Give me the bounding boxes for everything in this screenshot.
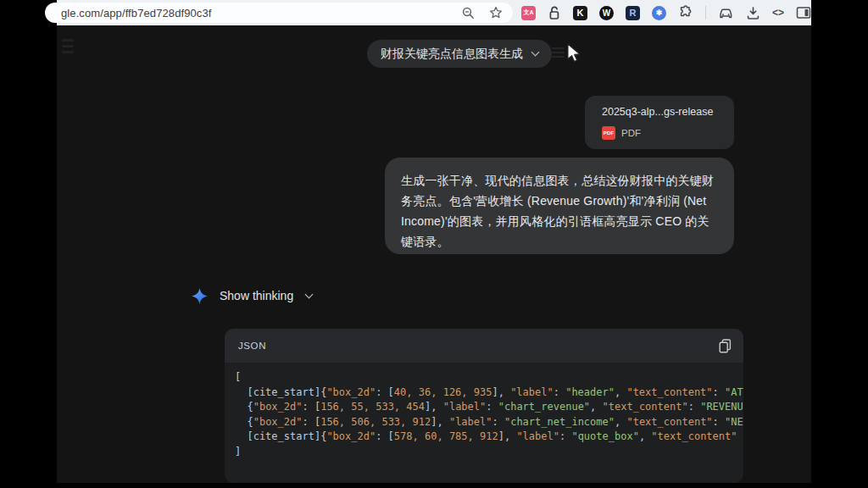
wikipedia-extension-icon[interactable]: W <box>599 6 614 20</box>
settings-extension-icon[interactable]: ✱ <box>652 6 666 20</box>
show-thinking-label: Show thinking <box>220 289 293 302</box>
kagi-extension-icon[interactable]: K <box>573 6 587 20</box>
extensions-row: 文A K W R ✱ <box>521 0 811 25</box>
screen: gle.com/app/ffb7ed728df90c3f 文A <box>0 0 868 488</box>
attachment-filename: 2025q3-alp...gs-release <box>602 106 713 118</box>
mouse-cursor <box>565 42 585 64</box>
code-body: [ [cite_start]{"box_2d": [40, 36, 126, 9… <box>235 370 733 460</box>
browser-window: gle.com/app/ffb7ed728df90c3f 文A <box>57 0 811 483</box>
reader-extension-icon[interactable]: R <box>626 6 640 20</box>
page-zoom-icon[interactable] <box>462 7 475 19</box>
attachment-card[interactable]: 2025q3-alp...gs-release PDF PDF <box>585 96 734 149</box>
user-message-text: 生成一张干净、现代的信息图表，总结这份财报中的关键财务亮点。包含'营收增长 (R… <box>401 170 718 252</box>
show-thinking-toggle[interactable]: Show thinking <box>192 286 312 305</box>
copy-code-button[interactable] <box>717 338 732 353</box>
code-block-header: JSON <box>225 329 743 363</box>
toolbar-separator <box>705 6 706 19</box>
car-extension-icon[interactable] <box>718 7 734 19</box>
prompt-title: 财报关键亮点信息图表生成 <box>381 47 523 62</box>
user-message-bubble: 生成一张干净、现代的信息图表，总结这份财报中的关键财务亮点。包含'营收增长 (R… <box>385 158 734 254</box>
sidebar-menu-icon[interactable] <box>62 39 74 53</box>
pdf-file-icon: PDF <box>602 126 615 140</box>
url-bar[interactable]: gle.com/app/ffb7ed728df90c3f <box>45 3 513 23</box>
thinking-chevron-down-icon <box>305 291 314 299</box>
bookmark-star-icon[interactable] <box>489 6 503 19</box>
code-block: JSON [ [cite_start]{"box_2d": [40, 36, 1… <box>225 329 743 483</box>
prompt-options-icon[interactable] <box>552 47 565 58</box>
browser-toolbar: gle.com/app/ffb7ed728df90c3f 文A <box>57 0 811 25</box>
gemini-sparkle-icon <box>192 288 208 304</box>
code-language-label: JSON <box>238 341 266 351</box>
unlocked-padlock-icon[interactable] <box>548 6 561 20</box>
devtools-code-icon[interactable]: <> <box>772 7 784 19</box>
url-text: gle.com/app/ffb7ed728df90c3f <box>61 7 211 19</box>
attachment-type-label: PDF <box>621 128 641 138</box>
extensions-puzzle-icon[interactable] <box>678 5 693 20</box>
side-panel-icon[interactable] <box>796 6 811 19</box>
downloads-icon[interactable] <box>746 6 760 20</box>
code-block-body[interactable]: [ [cite_start]{"box_2d": [40, 36, 126, 9… <box>225 363 743 483</box>
prompt-title-dropdown[interactable]: 财报关键亮点信息图表生成 <box>367 40 552 68</box>
chevron-down-icon <box>531 48 540 57</box>
ai-studio-app: 财报关键亮点信息图表生成 2025q3-alp...gs-release PDF… <box>57 25 811 483</box>
translate-extension-icon[interactable]: 文A <box>521 6 536 20</box>
